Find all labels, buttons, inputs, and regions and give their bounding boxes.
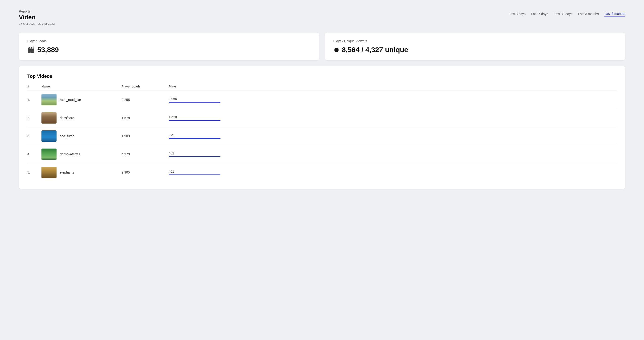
- row-plays-number: 1,528: [169, 115, 617, 119]
- row-name-cell: sea_turtle: [42, 130, 122, 142]
- row-plays-cell: 461: [169, 170, 617, 175]
- table-row: 1. race_road_car 9,255 2,066: [27, 91, 617, 109]
- date-range: 27 Oct 2022 - 27 Apr 2023: [19, 22, 55, 26]
- video-name: sea_turtle: [60, 134, 74, 138]
- filter-last-3-months[interactable]: Last 3 months: [578, 12, 599, 17]
- plays-bar: [169, 138, 220, 139]
- row-plays-number: 461: [169, 170, 617, 173]
- plays-bar: [169, 156, 220, 157]
- col-header-plays: Plays: [169, 85, 617, 88]
- row-rank: 4.: [27, 152, 42, 156]
- table-body: 1. race_road_car 9,255 2,066 2. docs/car…: [27, 91, 617, 181]
- video-thumbnail: [42, 94, 56, 105]
- thumb-image: [42, 112, 56, 124]
- row-rank: 3.: [27, 134, 42, 138]
- row-plays-cell: 579: [169, 133, 617, 139]
- filter-last-6-months[interactable]: Last 6 months: [604, 12, 625, 17]
- row-player-loads: 2,905: [122, 170, 169, 174]
- player-loads-label: Player Loads: [27, 39, 311, 43]
- reports-breadcrumb: Reports: [19, 10, 55, 13]
- player-loads-value: 🎬 53,889: [27, 46, 311, 54]
- row-name-cell: race_road_car: [42, 94, 122, 105]
- row-name-cell: docs/waterfall: [42, 149, 122, 160]
- video-name: docs/waterfall: [60, 152, 80, 156]
- col-header-num: #: [27, 85, 42, 88]
- row-plays-cell: 462: [169, 151, 617, 157]
- col-header-name: Name: [42, 85, 122, 88]
- row-plays-cell: 1,528: [169, 115, 617, 121]
- filter-last-7-days[interactable]: Last 7 days: [531, 12, 548, 17]
- video-thumbnail: [42, 149, 56, 160]
- plays-unique-label: Plays / Unique Viewers: [333, 39, 617, 43]
- row-name-cell: docs/care: [42, 112, 122, 124]
- row-player-loads: 4,970: [122, 152, 169, 156]
- top-videos-title: Top Videos: [27, 74, 617, 79]
- row-plays-number: 462: [169, 151, 617, 155]
- video-thumbnail: [42, 167, 56, 178]
- thumb-image: [42, 94, 56, 105]
- row-player-loads: 9,255: [122, 98, 169, 102]
- video-thumbnail: [42, 130, 56, 142]
- page-header: Reports Video 27 Oct 2022 - 27 Apr 2023 …: [19, 10, 625, 26]
- table-row: 3. sea_turtle 1,909 579: [27, 127, 617, 145]
- row-rank: 1.: [27, 98, 42, 102]
- filter-last-3-days[interactable]: Last 3 days: [509, 12, 526, 17]
- video-name: race_road_car: [60, 98, 81, 102]
- video-name: docs/care: [60, 116, 74, 120]
- stats-row: Player Loads 🎬 53,889 Plays / Unique Vie…: [19, 33, 625, 60]
- plays-unique-card: Plays / Unique Viewers ⏺ 8,564 / 4,327 u…: [325, 33, 625, 60]
- col-header-player-loads: Player Loads: [122, 85, 169, 88]
- row-name-cell: elephants: [42, 167, 122, 178]
- video-thumbnail: [42, 112, 56, 124]
- play-icon: ⏺: [333, 46, 340, 54]
- plays-unique-value: ⏺ 8,564 / 4,327 unique: [333, 46, 617, 54]
- filter-last-30-days[interactable]: Last 30 days: [554, 12, 572, 17]
- thumb-image: [42, 149, 56, 160]
- plays-unique-number: 8,564 / 4,327 unique: [342, 46, 408, 54]
- top-videos-card: Top Videos # Name Player Loads Plays 1. …: [19, 66, 625, 189]
- clapperboard-icon: 🎬: [27, 46, 35, 54]
- page-title: Video: [19, 14, 55, 21]
- table-header: # Name Player Loads Plays: [27, 85, 617, 91]
- table-row: 4. docs/waterfall 4,970 462: [27, 145, 617, 163]
- table-row: 5. elephants 2,905 461: [27, 163, 617, 181]
- plays-bar: [169, 174, 220, 175]
- thumb-image: [42, 130, 56, 142]
- row-plays-number: 2,066: [169, 97, 617, 101]
- header-left: Reports Video 27 Oct 2022 - 27 Apr 2023: [19, 10, 55, 26]
- row-rank: 5.: [27, 170, 42, 174]
- plays-bar: [169, 120, 220, 121]
- video-name: elephants: [60, 170, 74, 174]
- thumb-image: [42, 167, 56, 178]
- player-loads-card: Player Loads 🎬 53,889: [19, 33, 319, 60]
- time-filter-group: Last 3 days Last 7 days Last 30 days Las…: [509, 12, 625, 17]
- row-plays-cell: 2,066: [169, 97, 617, 103]
- row-plays-number: 579: [169, 133, 617, 137]
- row-rank: 2.: [27, 116, 42, 120]
- table-row: 2. docs/care 1,578 1,528: [27, 109, 617, 127]
- player-loads-number: 53,889: [37, 46, 59, 54]
- row-player-loads: 1,578: [122, 116, 169, 120]
- plays-bar: [169, 102, 220, 103]
- row-player-loads: 1,909: [122, 134, 169, 138]
